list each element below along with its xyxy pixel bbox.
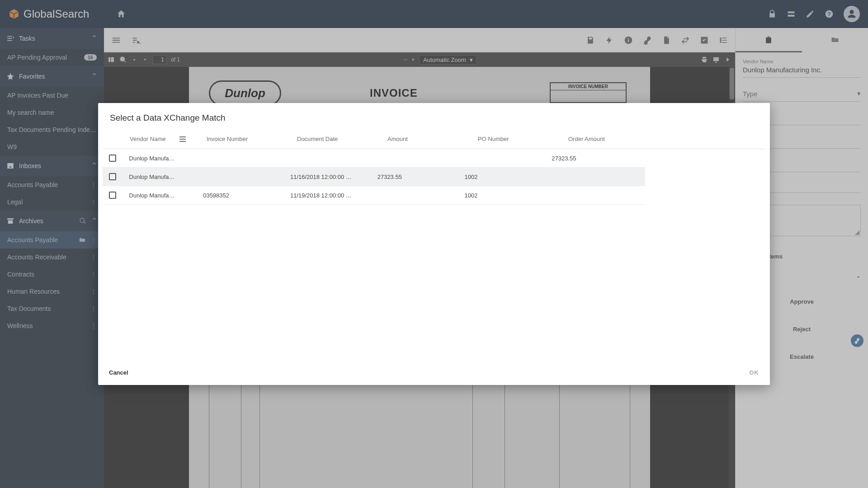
col-order[interactable]: Order Amount [568, 136, 659, 142]
ok-button[interactable]: OK [750, 369, 760, 376]
cancel-button[interactable]: Cancel [109, 369, 128, 376]
col-date[interactable]: Document Date [297, 136, 387, 142]
modal-table: Vendor Name Invoice Number Document Date… [98, 127, 770, 362]
row-checkbox[interactable] [109, 192, 116, 199]
modal-footer: Cancel OK [98, 362, 770, 385]
col-amount[interactable]: Amount [387, 136, 478, 142]
column-menu-icon[interactable] [179, 136, 186, 142]
table-row[interactable]: Dunlop Manufa… 03598352 11/19/2018 12:00… [103, 186, 645, 205]
table-row[interactable]: Dunlop Manufa… 27323.55 [103, 149, 645, 168]
table-row[interactable]: Dunlop Manufa… 11/16/2018 12:00:00 … 273… [103, 168, 645, 186]
modal-header-row: Vendor Name Invoice Number Document Date… [103, 127, 765, 149]
data-xchange-modal: Select a Data XChange Match Vendor Name … [98, 103, 770, 385]
row-checkbox[interactable] [109, 173, 116, 180]
col-invoice[interactable]: Invoice Number [207, 136, 297, 142]
row-checkbox[interactable] [109, 155, 116, 162]
modal-title: Select a Data XChange Match [98, 103, 770, 127]
col-vendor[interactable]: Vendor Name [130, 136, 166, 142]
col-po[interactable]: PO Number [478, 136, 568, 142]
